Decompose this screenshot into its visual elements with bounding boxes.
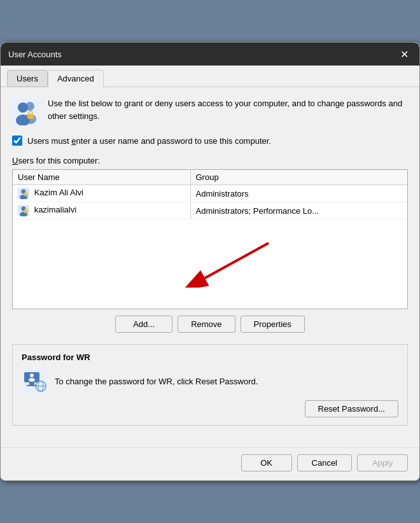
table-buttons: Add... Remove Properties: [12, 316, 408, 333]
col-header-group: Group: [190, 170, 407, 185]
must-enter-password-checkbox[interactable]: [12, 136, 22, 146]
user-avatar-icon: [18, 205, 29, 216]
svg-point-23: [30, 373, 34, 377]
users-icon: [12, 97, 40, 125]
tab-users[interactable]: Users: [7, 70, 48, 87]
password-description: To change the password for WR, click Res…: [55, 377, 398, 386]
user-group-cell: Administrators; Performance Lo...: [190, 202, 407, 220]
apply-button[interactable]: Apply: [357, 454, 408, 471]
user-name-cell: Kazim Ali Alvi: [13, 185, 190, 202]
title-bar: User Accounts ✕: [1, 43, 419, 66]
table-row[interactable]: kazimalialvi Administrators; Performance…: [13, 202, 407, 220]
password-btn-row: Reset Password...: [22, 400, 398, 417]
intro-text: Use the list below to grant or deny user…: [48, 97, 408, 122]
password-icon: [22, 368, 47, 394]
properties-button[interactable]: Properties: [241, 316, 305, 333]
user-table-container: User Name Group: [12, 169, 408, 309]
must-enter-password-row: Users must enter a user name and passwor…: [12, 136, 408, 146]
main-content: Use the list below to grant or deny user…: [1, 87, 419, 447]
user-accounts-dialog: User Accounts ✕ Users Advanced: [0, 42, 420, 481]
svg-rect-21: [29, 382, 34, 385]
red-arrow-icon: [179, 237, 281, 288]
reset-password-button[interactable]: Reset Password...: [305, 400, 399, 417]
col-header-username: User Name: [13, 170, 190, 185]
close-button[interactable]: ✕: [396, 46, 412, 62]
users-section-label: Users for this computer:: [12, 156, 408, 165]
password-section-title: Password for WR: [22, 352, 398, 362]
user-group-cell: Administrators: [190, 185, 407, 202]
password-content: To change the password for WR, click Res…: [22, 368, 398, 394]
must-enter-password-label: Users must enter a user name and passwor…: [27, 136, 271, 146]
tab-bar: Users Advanced: [1, 66, 419, 87]
bottom-buttons: OK Cancel Apply: [1, 447, 419, 480]
svg-line-18: [205, 243, 269, 278]
user-avatar-icon: [18, 188, 29, 199]
user-table: User Name Group: [13, 170, 407, 220]
window-title: User Accounts: [8, 50, 62, 59]
red-arrow-overlay: [179, 237, 281, 289]
ok-button[interactable]: OK: [241, 454, 292, 471]
svg-point-24: [29, 378, 35, 382]
cancel-button[interactable]: Cancel: [297, 454, 352, 471]
tab-advanced[interactable]: Advanced: [48, 70, 104, 87]
intro-section: Use the list below to grant or deny user…: [12, 97, 408, 125]
table-row[interactable]: Kazim Ali Alvi Administrators: [13, 185, 407, 202]
remove-button[interactable]: Remove: [178, 316, 235, 333]
svg-point-3: [18, 102, 28, 113]
user-name-cell: kazimalialvi: [13, 202, 190, 220]
add-button[interactable]: Add...: [115, 316, 172, 333]
password-section: Password for WR: [12, 344, 408, 426]
